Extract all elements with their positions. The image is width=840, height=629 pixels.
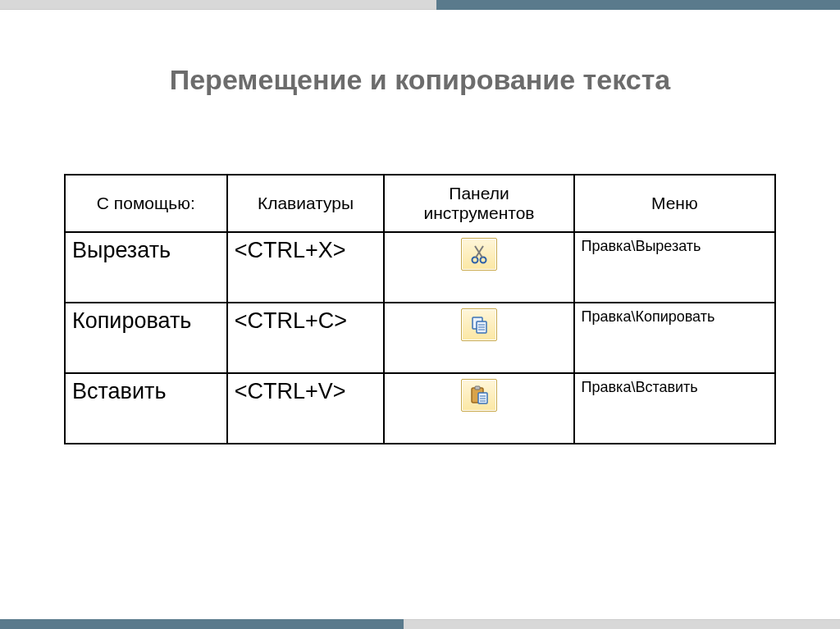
table-row: Вырезать <CTRL+X> Правка\Вырезать [65,232,775,303]
svg-point-1 [480,258,486,263]
header-menu: Меню [574,175,775,232]
toolbar-icon-cell [384,232,573,303]
cut-icon [461,238,497,271]
action-label: Копировать [65,303,227,373]
slide-title: Перемещение и копирование текста [0,64,840,96]
header-with-help: С помощью: [65,175,227,232]
action-label: Вставить [65,373,227,444]
action-label: Вырезать [65,232,227,303]
header-keyboard: Клавиатуры [227,175,385,232]
keyboard-shortcut: <CTRL+X> [227,232,385,303]
top-decoration [0,0,840,10]
paste-icon [461,379,497,412]
copy-icon [461,308,497,341]
toolbar-icon-cell [384,303,573,373]
menu-path: Правка\Вырезать [574,232,775,303]
svg-point-0 [472,258,477,263]
table-header-row: С помощью: Клавиатуры Панели инструменто… [65,175,775,232]
menu-path: Правка\Копировать [574,303,775,373]
toolbar-icon-cell [384,373,573,444]
keyboard-shortcut: <CTRL+V> [227,373,385,444]
svg-rect-10 [475,386,480,390]
table-row: Вставить <CTRL+V> Правка\Вставить [65,373,775,444]
keyboard-shortcut: <CTRL+C> [227,303,385,373]
menu-path: Правка\Вставить [574,373,775,444]
shortcuts-table: С помощью: Клавиатуры Панели инструменто… [64,174,776,444]
bottom-decoration [0,619,840,629]
table-row: Копировать <CTRL+C> Правка\Копировать [65,303,775,373]
header-toolbar: Панели инструментов [384,175,573,232]
